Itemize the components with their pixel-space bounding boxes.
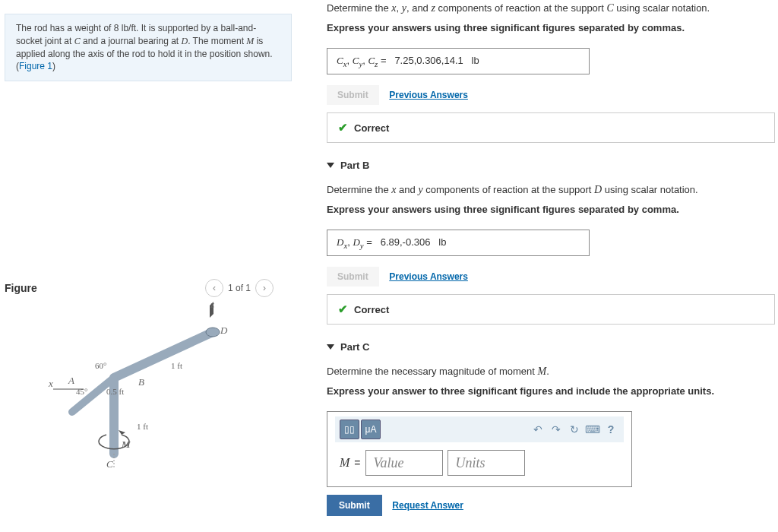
partb-submit-button: Submit: [327, 267, 379, 287]
text: components of reaction at the support: [435, 2, 606, 14]
figure-next-button[interactable]: ›: [255, 279, 274, 297]
var-c: C: [74, 36, 81, 46]
svg-point-3: [206, 328, 220, 337]
partb-answer-value: 6.89,-0.306: [381, 236, 431, 248]
parta-previous-answers-link[interactable]: Previous Answers: [389, 90, 468, 100]
partc-var: M: [340, 456, 349, 470]
angle-60: 60°: [95, 361, 106, 370]
partb-title: Part B: [340, 160, 369, 171]
figure-label: Figure: [5, 282, 37, 294]
figure-prev-button[interactable]: ‹: [205, 279, 223, 297]
text: .: [546, 366, 549, 377]
parta-unit: lb: [472, 55, 479, 66]
parta-answer-display: Cx, Cy, Cz = 7.25,0.306,14.1 lb: [327, 48, 590, 75]
parta-prompt: Determine the x, y, and z components of …: [327, 0, 775, 16]
dim-1ft-b: 1 ft: [137, 422, 148, 431]
partb-unit: lb: [438, 236, 446, 248]
feedback-text: Correct: [354, 122, 389, 134]
figure-link[interactable]: Figure 1: [19, 61, 52, 71]
partc-prompt: Determine the necessary magnitude of mom…: [327, 363, 775, 379]
axis-x: x: [49, 378, 53, 390]
label-a: A: [68, 375, 74, 387]
toolbar-reset-icon[interactable]: ↻: [566, 421, 583, 438]
left-column: The rod has a weight of 8 lb/ft. It is s…: [0, 0, 296, 532]
problem-text: . The moment: [188, 36, 246, 46]
toolbar-keyboard-icon[interactable]: ⌨: [584, 421, 601, 438]
label-b: B: [138, 376, 144, 388]
problem-text: ): [52, 61, 55, 71]
text: Determine the: [327, 2, 391, 14]
partc-value-input[interactable]: Value: [365, 450, 443, 476]
var-y: y: [402, 2, 406, 14]
partc-submit-button[interactable]: Submit: [327, 495, 382, 516]
partc-input-box: ▯▯ μA ↶ ↷ ↻ ⌨ ? M = Value Units: [327, 411, 632, 487]
parta-feedback: ✔ Correct: [327, 112, 775, 143]
check-icon: ✔: [338, 302, 348, 316]
partc-header[interactable]: Part C: [327, 341, 775, 353]
text: and: [396, 184, 418, 195]
partc-toolbar: ▯▯ μA ↶ ↷ ↻ ⌨ ?: [335, 416, 624, 442]
problem-text: and a journal bearing at: [81, 36, 182, 46]
text: Determine the necessary magnitude of mom…: [327, 366, 537, 377]
partb-feedback: ✔ Correct: [327, 294, 775, 325]
toolbar-undo-icon[interactable]: ↶: [530, 421, 546, 438]
partc-instruction: Express your answer to three significant…: [327, 384, 775, 399]
toolbar-help-icon[interactable]: ?: [602, 421, 619, 438]
equals-sign: =: [354, 457, 360, 469]
partc-units-input[interactable]: Units: [448, 450, 525, 476]
partc-request-answer-link[interactable]: Request Answer: [392, 500, 463, 511]
partb-previous-answers-link[interactable]: Previous Answers: [389, 271, 468, 282]
label-m: M: [122, 439, 131, 451]
svg-marker-2: [119, 430, 125, 435]
var-d: D: [594, 184, 602, 195]
dim-1ft-a: 1 ft: [171, 361, 182, 370]
caret-down-icon: [327, 163, 334, 168]
figure-diagram: z D A B x M C 60° 45° 1 ft 1 ft 0.5 ft: [30, 302, 258, 469]
text: Determine the: [327, 184, 391, 195]
partb-prompt: Determine the x and y components of reac…: [327, 182, 775, 198]
angle-45: 45°: [76, 387, 87, 396]
toolbar-units-icon[interactable]: μA: [361, 420, 381, 439]
caret-down-icon: [327, 344, 334, 350]
text: components of reaction at the support: [423, 184, 594, 195]
problem-text: The rod has a weight of 8: [16, 23, 122, 33]
check-icon: ✔: [338, 121, 348, 135]
parta-answer-value: 7.25,0.306,14.1: [394, 55, 463, 66]
figure-page-indicator: 1 of 1: [228, 283, 251, 293]
var-d: D: [182, 36, 188, 46]
text: using scalar notation.: [614, 2, 710, 14]
label-c: C: [106, 458, 113, 470]
feedback-text: Correct: [354, 304, 389, 315]
problem-units: lb/ft: [122, 23, 136, 33]
text: using scalar notation.: [602, 184, 697, 195]
right-column: Determine the x, y, and z components of …: [296, 0, 778, 532]
var-x: x: [391, 2, 396, 14]
var-m: M: [537, 366, 546, 377]
axis-z: z: [210, 299, 214, 311]
label-d: D: [220, 325, 227, 337]
var-c: C: [606, 2, 613, 14]
partb-header[interactable]: Part B: [327, 160, 775, 171]
parta-submit-button: Submit: [327, 85, 379, 105]
partc-title: Part C: [340, 341, 369, 353]
dim-05ft: 0.5 ft: [106, 387, 124, 396]
parta-instruction: Express your answers using three signifi…: [327, 21, 775, 36]
var-m: M: [246, 36, 254, 46]
partb-instruction: Express your answers using three signifi…: [327, 202, 775, 217]
problem-statement: The rod has a weight of 8 lb/ft. It is s…: [5, 14, 292, 81]
toolbar-template-icon[interactable]: ▯▯: [340, 420, 359, 439]
partb-answer-display: Dx, Dy = 6.89,-0.306 lb: [327, 230, 590, 257]
toolbar-redo-icon[interactable]: ↷: [548, 421, 565, 438]
